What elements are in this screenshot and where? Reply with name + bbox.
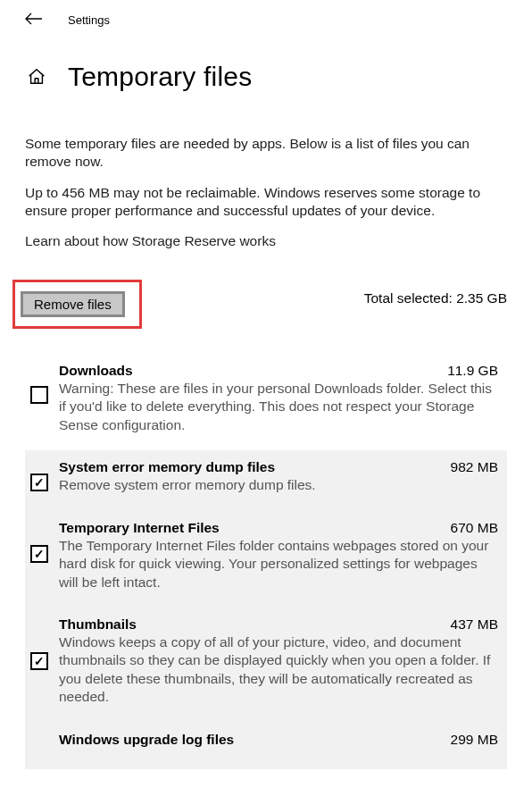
item-desc: Remove system error memory dump files. xyxy=(59,476,498,494)
reserve-text: Up to 456 MB may not be reclaimable. Win… xyxy=(25,184,507,221)
item-title: Downloads xyxy=(59,363,133,379)
item-body: Windows upgrade log files 299 MB xyxy=(59,732,498,766)
back-arrow-icon[interactable] xyxy=(25,11,43,29)
item-body: Downloads 11.9 GB Warning: These are fil… xyxy=(59,363,498,434)
list-item[interactable]: Temporary Internet Files 670 MB The Temp… xyxy=(25,511,507,608)
item-size: 437 MB xyxy=(451,616,498,633)
item-size: 299 MB xyxy=(451,732,498,748)
item-desc: The Temporary Internet Files folder cont… xyxy=(59,537,498,591)
settings-label: Settings xyxy=(68,13,110,27)
action-row: Remove files Total selected: 2.35 GB xyxy=(25,280,507,329)
item-desc: Warning: These are files in your persona… xyxy=(59,380,498,434)
item-body: System error memory dump files 982 MB Re… xyxy=(59,459,498,494)
highlight-box: Remove files xyxy=(12,280,142,329)
total-selected: Total selected: 2.35 GB xyxy=(364,290,507,306)
item-title: Windows upgrade log files xyxy=(59,732,234,748)
title-row: Temporary files xyxy=(0,37,532,103)
checkbox-downloads[interactable] xyxy=(30,386,48,404)
list-item[interactable]: System error memory dump files 982 MB Re… xyxy=(25,450,507,510)
item-title: Thumbnails xyxy=(59,616,137,633)
item-title: Temporary Internet Files xyxy=(59,520,220,536)
list-item[interactable]: Windows upgrade log files 299 MB xyxy=(25,723,507,769)
home-icon[interactable] xyxy=(27,67,46,87)
header: Settings xyxy=(0,0,532,37)
checkbox-thumbnails[interactable] xyxy=(30,652,48,670)
checkbox-temp-internet[interactable] xyxy=(30,545,48,563)
item-size: 670 MB xyxy=(451,520,498,536)
intro-text: Some temporary files are needed by apps.… xyxy=(25,135,507,172)
item-title: System error memory dump files xyxy=(59,459,275,475)
page-title: Temporary files xyxy=(68,62,252,92)
checkbox-system-error[interactable] xyxy=(30,474,48,491)
list-item[interactable]: Thumbnails 437 MB Windows keeps a copy o… xyxy=(25,608,507,723)
item-body: Thumbnails 437 MB Windows keeps a copy o… xyxy=(59,616,498,707)
list-item[interactable]: Downloads 11.9 GB Warning: These are fil… xyxy=(25,354,507,450)
item-body: Temporary Internet Files 670 MB The Temp… xyxy=(59,520,498,591)
content: Some temporary files are needed by apps.… xyxy=(0,103,532,769)
learn-link[interactable]: Learn about how Storage Reserve works xyxy=(25,233,507,249)
item-desc: Windows keeps a copy of all of your pict… xyxy=(59,633,498,707)
remove-files-button[interactable]: Remove files xyxy=(21,291,125,317)
item-size: 982 MB xyxy=(451,459,498,475)
item-size: 11.9 GB xyxy=(447,363,498,379)
